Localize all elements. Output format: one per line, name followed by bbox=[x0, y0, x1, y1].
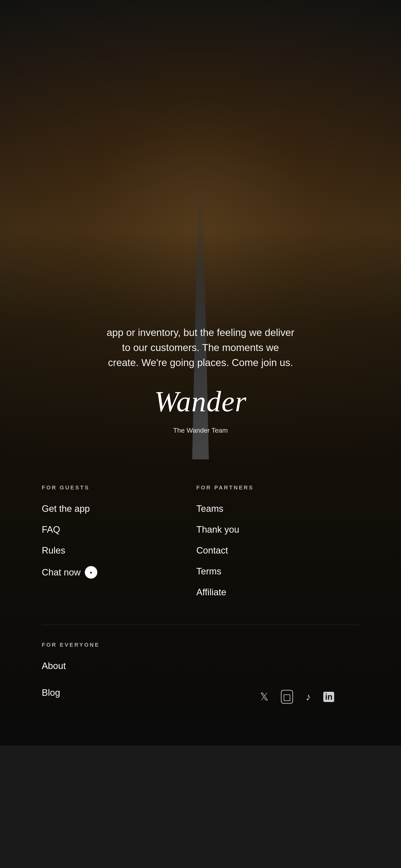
teams-link[interactable]: Teams bbox=[196, 503, 334, 514]
chat-icon bbox=[85, 566, 97, 579]
chat-now-link[interactable]: Chat now bbox=[42, 566, 180, 579]
blog-link[interactable]: Blog bbox=[42, 687, 60, 698]
wander-logo: Wander bbox=[107, 387, 294, 416]
get-app-link[interactable]: Get the app bbox=[42, 503, 180, 514]
footer-grid: FOR GUESTS Get the app FAQ Rules Chat no… bbox=[42, 485, 334, 608]
hero-text-container: app or inventory, but the feeling we del… bbox=[65, 325, 336, 434]
rules-link[interactable]: Rules bbox=[42, 545, 180, 556]
for-everyone-column: FOR EVERYONE About Blog 𝕏 ◻ ♪ in bbox=[42, 642, 334, 704]
faq-link[interactable]: FAQ bbox=[42, 524, 180, 535]
social-icons-row: 𝕏 ◻ ♪ in bbox=[260, 690, 334, 704]
tiktok-icon[interactable]: ♪ bbox=[306, 691, 311, 703]
instagram-icon[interactable]: ◻ bbox=[281, 690, 293, 704]
for-guests-column: FOR GUESTS Get the app FAQ Rules Chat no… bbox=[42, 485, 180, 608]
for-partners-heading: FOR PARTNERS bbox=[196, 485, 334, 491]
about-link[interactable]: About bbox=[42, 661, 334, 671]
terms-link[interactable]: Terms bbox=[196, 566, 334, 577]
hero-section: app or inventory, but the feeling we del… bbox=[0, 0, 401, 459]
contact-link[interactable]: Contact bbox=[196, 545, 334, 556]
for-everyone-heading: FOR EVERYONE bbox=[42, 642, 334, 648]
section-divider bbox=[42, 624, 359, 625]
hero-tagline: app or inventory, but the feeling we del… bbox=[107, 325, 294, 370]
for-partners-column: FOR PARTNERS Teams Thank you Contact Ter… bbox=[196, 485, 334, 608]
team-label: The Wander Team bbox=[107, 427, 294, 434]
twitter-icon[interactable]: 𝕏 bbox=[260, 691, 268, 703]
footer-section: FOR GUESTS Get the app FAQ Rules Chat no… bbox=[0, 459, 401, 745]
thank-you-link[interactable]: Thank you bbox=[196, 524, 334, 535]
affiliate-link[interactable]: Affiliate bbox=[196, 587, 334, 597]
linkedin-icon[interactable]: in bbox=[323, 692, 334, 702]
for-guests-heading: FOR GUESTS bbox=[42, 485, 180, 491]
